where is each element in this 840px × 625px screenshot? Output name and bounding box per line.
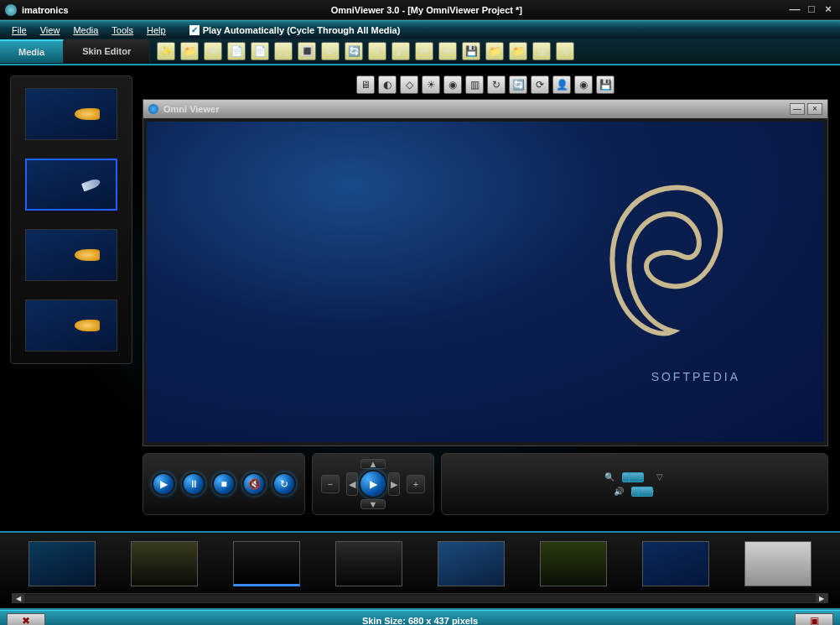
skin-thumb-3[interactable]	[233, 541, 300, 586]
menu-view[interactable]: View	[34, 23, 67, 37]
scroll-track[interactable]	[24, 595, 816, 602]
tb-pen-icon[interactable]: 🖉	[391, 42, 410, 60]
menu-file[interactable]: File	[5, 23, 34, 37]
tb-text-icon[interactable]: T	[368, 42, 386, 60]
tb-print-icon[interactable]: 🖨	[532, 42, 551, 60]
skin-thumb-5[interactable]	[438, 541, 505, 586]
st-reload-icon[interactable]: ⟳	[531, 76, 549, 94]
skin-thumb-7[interactable]	[642, 541, 709, 586]
st-rotate-ccw-icon[interactable]: 🔄	[509, 76, 527, 94]
viewer-title: Omni Viewer	[163, 104, 787, 114]
tb-fullscreen-icon[interactable]: ⛶	[274, 42, 293, 60]
thumbnail-panel	[10, 76, 132, 364]
media-sidebar	[0, 65, 143, 531]
shuffle-button[interactable]: ↻	[272, 472, 296, 496]
player-controls: ▶ ⏸ ■ 🔇 ↻ − ▲ ◀ ▶ ▶ ▼ +	[143, 453, 828, 515]
skin-row	[12, 538, 828, 590]
s-island-graphic	[589, 172, 740, 357]
viewer-close-button[interactable]: ×	[807, 103, 822, 115]
st-rotate-cw-icon[interactable]: ↻	[487, 76, 506, 94]
menubar: File View Media Tools Help ✓ Play Automa…	[0, 20, 840, 39]
media-thumb-2[interactable]	[25, 159, 117, 211]
tb-save-icon[interactable]: 💾	[462, 42, 480, 60]
st-columns-icon[interactable]: ▥	[465, 76, 484, 94]
mute-button[interactable]: 🔇	[242, 472, 266, 496]
tb-open-icon[interactable]: 📁	[180, 42, 199, 60]
window-title: OmniViewer 3.0 - [My OmniViewer Project …	[69, 5, 785, 15]
skin-thumb-4[interactable]	[335, 541, 402, 586]
tb-rotate-icon[interactable]: ↻	[321, 42, 340, 60]
menu-tools[interactable]: Tools	[105, 23, 140, 37]
nav-down-button[interactable]: ▼	[360, 499, 386, 509]
zoom-in-button[interactable]: +	[407, 475, 425, 493]
titlebar: imatronics OmniViewer 3.0 - [My OmniView…	[0, 0, 840, 20]
dropdown-icon[interactable]: ▽	[654, 472, 666, 482]
st-color-icon[interactable]: ◉	[443, 76, 462, 94]
autoplay-label: Play Automatically (Cycle Through All Me…	[203, 25, 401, 35]
volume-slider-icon: 🔊	[613, 487, 625, 496]
st-monitor-icon[interactable]: 🖥	[356, 76, 375, 94]
scroll-right-button[interactable]: ▶	[816, 594, 827, 602]
zoom-slider-icon: 🔍	[604, 472, 615, 482]
skin-thumb-6[interactable]	[540, 541, 607, 586]
skin-thumb-2[interactable]	[131, 541, 198, 586]
minimize-button[interactable]: —	[788, 4, 801, 16]
media-thumb-4[interactable]	[25, 299, 117, 352]
skin-thumb-8[interactable]	[744, 541, 811, 586]
toolbar-icons: ✨ 📁 👁 📄 📄 ⛶ 🔳 ↻ 🔄 T 🖉 ✂ ✏ 💾 📁 📁 🖨 ♫	[150, 42, 574, 60]
nav-up-button[interactable]: ▲	[360, 459, 386, 469]
skin-size-label: Skin Size: 680 x 437 pixels	[52, 616, 788, 626]
navigation-group: − ▲ ◀ ▶ ▶ ▼ +	[312, 453, 434, 515]
tb-cut-icon[interactable]: ✂	[415, 42, 433, 60]
tab-skin-editor[interactable]: Skin Editor	[64, 39, 150, 63]
stop-button[interactable]: ■	[212, 472, 236, 496]
media-thumb-1[interactable]	[25, 88, 117, 140]
media-thumb-3[interactable]	[25, 229, 117, 281]
brand-label: imatronics	[22, 5, 69, 15]
st-contrast-icon[interactable]: ◐	[378, 76, 397, 94]
tb-music-icon[interactable]: ♫	[556, 42, 574, 60]
tb-folder2-icon[interactable]: 📁	[509, 42, 527, 60]
tb-doc-icon[interactable]: 📄	[251, 42, 269, 60]
play-button[interactable]: ▶	[152, 472, 175, 496]
apply-skin-button[interactable]: ▣	[795, 613, 833, 626]
st-user-icon[interactable]: 👤	[552, 76, 571, 94]
viewer-app-icon	[148, 104, 158, 114]
playback-group: ▶ ⏸ ■ 🔇 ↻	[143, 453, 305, 515]
autoplay-checkbox[interactable]: ✓	[189, 25, 200, 35]
st-diamond-icon[interactable]: ◇	[400, 76, 418, 94]
close-button[interactable]: ×	[822, 4, 835, 16]
viewer-window: Omni Viewer — × SOFTPEDIA	[143, 99, 828, 446]
viewer-minimize-button[interactable]: —	[790, 103, 805, 115]
statusbar: ✖ Skin Size: 680 x 437 pixels ▣	[0, 610, 840, 625]
menu-help[interactable]: Help	[140, 23, 173, 37]
menu-media[interactable]: Media	[66, 23, 105, 37]
nav-right-button[interactable]: ▶	[388, 472, 400, 496]
tb-fit-icon[interactable]: 🔳	[298, 42, 316, 60]
skin-thumb-1[interactable]	[29, 541, 96, 586]
tb-folder1-icon[interactable]: 📁	[485, 42, 504, 60]
center-play-button[interactable]: ▶	[359, 470, 387, 498]
tb-refresh-icon[interactable]: 🔄	[345, 42, 363, 60]
st-brightness-icon[interactable]: ☀	[422, 76, 440, 94]
tb-newdoc-icon[interactable]: 📄	[227, 42, 246, 60]
pause-button[interactable]: ⏸	[182, 472, 205, 496]
maximize-button[interactable]: □	[805, 4, 818, 16]
secondary-toolbar: 🖥 ◐ ◇ ☀ ◉ ▥ ↻ 🔄 ⟳ 👤 ◉ 💾	[143, 72, 828, 99]
st-record-icon[interactable]: ◉	[574, 76, 593, 94]
watermark-label: SOFTPEDIA	[651, 370, 740, 383]
app-logo-icon	[5, 4, 17, 16]
st-save-icon[interactable]: 💾	[596, 76, 614, 94]
nav-left-button[interactable]: ◀	[346, 472, 358, 496]
tb-edit-icon[interactable]: ✏	[438, 42, 457, 60]
tab-media[interactable]: Media	[0, 39, 64, 63]
main-toolbar: Media Skin Editor ✨ 📁 👁 📄 📄 ⛶ 🔳 ↻ 🔄 T 🖉 …	[0, 39, 840, 65]
slider-group: 🔍 ⤢ ▽ 🔊 ✥	[441, 453, 828, 515]
zoom-out-button[interactable]: −	[321, 475, 340, 493]
tb-wand-icon[interactable]: ✨	[157, 42, 175, 60]
delete-skin-button[interactable]: ✖	[7, 613, 45, 626]
scroll-left-button[interactable]: ◀	[13, 594, 24, 602]
workspace: 🖥 ◐ ◇ ☀ ◉ ▥ ↻ 🔄 ⟳ 👤 ◉ 💾 Omni Viewer — ×	[0, 65, 840, 531]
skin-scrollbar[interactable]: ◀ ▶	[12, 593, 828, 603]
tb-eye-icon[interactable]: 👁	[204, 42, 222, 60]
